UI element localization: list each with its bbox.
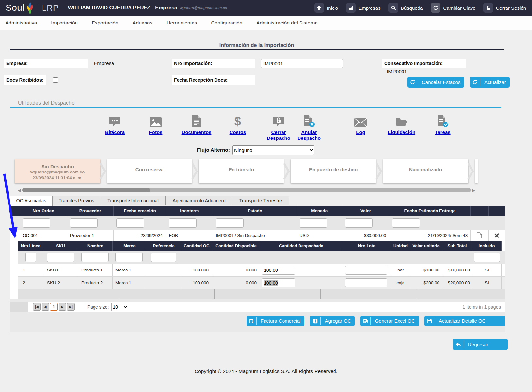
col-fecha-estimada[interactable]: Fecha Estimada Entrega	[389, 206, 471, 216]
flow-chevron-icon	[467, 162, 474, 180]
pdf-icon[interactable]	[471, 230, 489, 241]
util-liquidacion[interactable]: Liquidación	[385, 114, 418, 135]
util-costos[interactable]: $ Costos	[221, 114, 254, 135]
scrollbar-thumb[interactable]	[22, 188, 150, 192]
menu-configuracion[interactable]: Configuración	[211, 20, 242, 26]
filter-estado[interactable]	[216, 218, 244, 228]
prev-page-button[interactable]: ◀	[42, 303, 49, 311]
cantidad-disponible: 0.000	[212, 264, 260, 276]
util-fotos[interactable]: Fotos	[139, 114, 172, 135]
scroll-left-icon[interactable]: ◀	[18, 188, 21, 193]
col-referencia[interactable]: Referencia	[146, 241, 181, 251]
col-cantidad-oc[interactable]: Cantidad OC	[181, 241, 212, 251]
col-cantidad-despachada[interactable]: Cantidad Despachada	[260, 241, 342, 251]
first-page-button[interactable]: |◀	[33, 303, 41, 311]
util-documentos[interactable]: Documentos	[180, 114, 213, 135]
generar-excel-oc-button[interactable]: Generar Excel OC	[360, 316, 419, 326]
col-nro-linea[interactable]: Nro Línea	[18, 241, 43, 251]
col-valor-unitario[interactable]: Valor unitario	[410, 241, 442, 251]
flow-chevron-icon	[191, 162, 198, 180]
util-log[interactable]: Log	[344, 114, 377, 135]
delete-oc-icon[interactable]	[489, 230, 505, 241]
filter-valor[interactable]	[345, 218, 373, 228]
current-page-button[interactable]: 1	[50, 303, 58, 311]
factura-comercial-button[interactable]: Factura Comercial	[247, 316, 305, 326]
col-nro-orden[interactable]: Nro Orden	[20, 206, 67, 216]
filter-nro-linea[interactable]	[25, 253, 36, 262]
agregar-oc-button[interactable]: Agregar OC	[310, 316, 355, 326]
col-estado[interactable]: Estado	[213, 206, 297, 216]
col-fecha-creacion[interactable]: Fecha creación	[114, 206, 166, 216]
filter-fecha-estimada[interactable]	[392, 218, 420, 228]
flujo-alterno-select[interactable]: Ninguno	[232, 145, 314, 155]
cantidad-despachada-input[interactable]	[262, 266, 295, 275]
util-bitacora[interactable]: Bitácora	[98, 114, 131, 135]
tab-transporte-internacional[interactable]: Transporte Internacional	[100, 196, 166, 205]
nav-item-cambiar-clave[interactable]: Cambiar Clave	[431, 3, 475, 13]
filter-marca[interactable]	[115, 253, 143, 262]
oc-number-link[interactable]: OC-001	[23, 233, 38, 238]
tab-transporte-terrestre[interactable]: Transporte Terrestre	[232, 196, 289, 205]
page-size-select[interactable]: 10	[111, 303, 128, 311]
menu-importacion[interactable]: Importación	[51, 20, 77, 26]
status-partial-box	[475, 159, 478, 183]
regresar-button[interactable]: Regresar	[453, 339, 508, 350]
tab-agenciamiento-aduanero[interactable]: Agenciamiento Aduanero	[166, 196, 232, 205]
status-en-transito[interactable]: En tránsito	[199, 159, 284, 183]
filter-incluido[interactable]	[474, 253, 500, 262]
collapse-chevron-icon[interactable]	[10, 230, 20, 241]
status-sin-despacho[interactable]: Sin Despacho wguerra@magnum.com.co 23/09…	[15, 159, 100, 183]
filter-incoterm[interactable]	[169, 218, 197, 228]
col-nro-lote[interactable]: Nro Lote	[342, 241, 391, 251]
nro-importacion-input[interactable]	[261, 59, 343, 68]
next-page-button[interactable]: ▶	[59, 303, 66, 311]
scroll-right-icon[interactable]: ▶	[472, 188, 475, 193]
filter-moneda[interactable]	[300, 218, 327, 228]
col-proveedor[interactable]: Proveedor	[67, 206, 114, 216]
col-unidad[interactable]: Unidad	[391, 241, 410, 251]
col-marca[interactable]: Marca	[113, 241, 146, 251]
nav-item-empresas[interactable]: Empresas	[346, 3, 381, 13]
docs-recibidos-checkbox[interactable]	[53, 77, 58, 83]
menu-administrativa[interactable]: Administrativa	[5, 20, 37, 26]
tab-oc-asociadas[interactable]: OC Asociadas	[10, 196, 53, 206]
status-nacionalizado[interactable]: Nacionalizado	[383, 159, 468, 183]
menu-exportacion[interactable]: Exportación	[92, 20, 118, 26]
util-anular-despacho[interactable]: Anular Despacho	[294, 114, 324, 141]
cancelar-estados-button[interactable]: Cancelar Estados	[407, 77, 464, 88]
nav-item-busqueda[interactable]: Búsqueda	[388, 3, 423, 13]
col-nombre[interactable]: Nombre	[78, 241, 113, 251]
nav-item-inicio[interactable]: Inicio	[314, 3, 338, 13]
col-sub-total[interactable]: Sub-Total	[442, 241, 472, 251]
document-icon	[180, 114, 213, 127]
cantidad-despachada-input[interactable]	[262, 278, 295, 287]
col-sku[interactable]: SKU	[43, 241, 78, 251]
filter-proveedor[interactable]	[70, 218, 98, 228]
tab-tramites-previos[interactable]: Trámites Previos	[53, 196, 100, 205]
filter-sku[interactable]	[47, 253, 74, 262]
filter-nombre[interactable]	[81, 253, 109, 262]
status-scrollbar[interactable]	[22, 188, 471, 192]
util-tareas[interactable]: Tareas	[426, 114, 459, 135]
nro-lote-input[interactable]	[345, 266, 387, 275]
col-valor[interactable]: Valor	[342, 206, 390, 216]
actualizar-detalle-oc-button[interactable]: Actualizar Detalle OC	[424, 316, 505, 326]
nro-lote-input[interactable]	[345, 278, 387, 287]
filter-fecha-creacion[interactable]	[116, 218, 144, 228]
col-incluido[interactable]: Incluido	[472, 241, 502, 251]
col-moneda[interactable]: Moneda	[297, 206, 342, 216]
menu-admin-sistema[interactable]: Administración del Sistema	[256, 20, 317, 26]
col-cantidad-disponible[interactable]: Cantidad Disponible	[212, 241, 260, 251]
nav-item-cerrar-sesion[interactable]: Cerrar Sesión	[483, 3, 526, 13]
util-cerrar-despacho[interactable]: Cerrar Despacho	[264, 114, 293, 141]
filter-referencia[interactable]	[151, 253, 176, 262]
status-en-puerto-destino[interactable]: En puerto de destino	[291, 159, 376, 183]
menu-herramientas[interactable]: Herramientas	[166, 20, 197, 26]
last-page-button[interactable]: ▶|	[67, 303, 75, 311]
folder-icon	[385, 114, 418, 127]
actualizar-button[interactable]: Actualizar	[470, 77, 510, 88]
filter-nro-orden[interactable]	[23, 218, 50, 228]
status-con-reserva[interactable]: Con reserva	[107, 159, 192, 183]
menu-aduanas[interactable]: Aduanas	[132, 20, 152, 26]
col-incoterm[interactable]: Incoterm	[166, 206, 213, 216]
